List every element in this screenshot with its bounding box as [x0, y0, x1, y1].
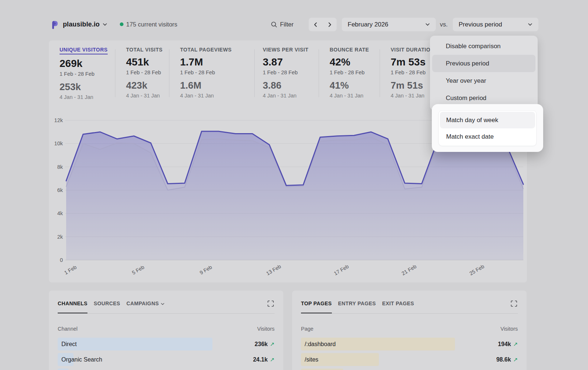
trend-up-icon: ↗ — [270, 341, 275, 347]
stat-metric-unique-visitors[interactable]: UNIQUE VISITORS269k1 Feb - 28 Feb253k4 J… — [60, 46, 108, 100]
prev-date-button[interactable] — [309, 18, 323, 31]
menu-item-year-over-year[interactable]: Year over year — [430, 72, 538, 89]
stat-divider — [319, 49, 319, 97]
stat-label: TOTAL VISITS — [126, 47, 162, 53]
menu-item-previous-period[interactable]: Previous period — [432, 55, 535, 72]
tab-top-pages[interactable]: TOP PAGES — [301, 300, 332, 314]
submenu-item-match-exact-date[interactable]: Match exact date — [439, 128, 536, 145]
x-tick-label: 21 Feb — [401, 263, 417, 277]
submenu-item-match-day-of-week[interactable]: Match day of week — [440, 112, 535, 128]
filter-button[interactable]: Filter — [271, 17, 294, 32]
menu-item-disable-comparison[interactable]: Disable comparison — [430, 38, 538, 55]
search-icon — [271, 21, 277, 28]
stat-divider — [380, 49, 380, 97]
tab-label: ENTRY PAGES — [338, 300, 376, 306]
site-switcher[interactable]: plausible.io 175 current visitors — [50, 17, 178, 32]
panel-tabs-divider — [58, 313, 275, 314]
stat-prev-value: 3.86 — [263, 80, 308, 91]
stat-metric-total-visits[interactable]: TOTAL VISITS451k1 Feb - 28 Feb423k4 Jan … — [126, 46, 162, 99]
row-value: 236k↗ — [255, 338, 275, 351]
stat-period: 1 Feb - 28 Feb — [330, 70, 369, 75]
tab-label: SOURCES — [94, 300, 120, 306]
stat-prev-period: 4 Jan - 31 Jan — [263, 93, 308, 99]
stat-prev-value: 253k — [60, 81, 108, 93]
plausible-dashboard: plausible.io 175 current visitors Filter… — [0, 0, 588, 370]
stat-metric-views-per-visit[interactable]: VIEWS PER VISIT3.871 Feb - 28 Feb3.864 J… — [263, 46, 308, 99]
row-bar — [58, 369, 69, 370]
live-dot-icon — [120, 22, 123, 26]
row-label: /:dashboard — [305, 338, 336, 351]
table-row[interactable]: /:dashboard194k↗ — [301, 338, 518, 351]
stat-label: TOTAL PAGEVIEWS — [180, 47, 232, 53]
tab-entry-pages[interactable]: ENTRY PAGES — [338, 300, 376, 314]
channels-panel: CHANNELSSOURCESCAMPAIGNSChannelVisitorsD… — [49, 291, 283, 370]
stat-metric-visit-duration[interactable]: VISIT DURATION7m 53s1 Feb - 28 Feb7m 51s… — [391, 46, 434, 99]
y-tick-label: 2k — [57, 234, 63, 240]
tab-label: EXIT PAGES — [382, 300, 414, 306]
stat-prev-value: 423k — [126, 80, 162, 91]
table-row[interactable]: Direct236k↗ — [58, 338, 275, 351]
x-tick-label: 9 Feb — [199, 264, 213, 276]
stat-prev-period: 4 Jan - 31 Jan — [330, 93, 369, 99]
stat-divider — [254, 49, 255, 97]
row-label: /sites — [305, 353, 318, 366]
tab-sources[interactable]: SOURCES — [94, 300, 120, 314]
row-value: 24.1k↗ — [253, 353, 275, 366]
trend-up-icon: ↗ — [513, 341, 518, 347]
row-value-text: 24.1k — [253, 356, 268, 363]
chevron-right-icon — [327, 22, 332, 27]
tab-label: TOP PAGES — [301, 300, 332, 306]
stat-metric-bounce-rate[interactable]: BOUNCE RATE42%1 Feb - 28 Feb41%4 Jan - 3… — [330, 46, 369, 99]
pages-tabs: TOP PAGESENTRY PAGESEXIT PAGES — [301, 300, 414, 314]
row-bar — [301, 369, 343, 370]
current-visitors[interactable]: 175 current visitors — [126, 21, 177, 28]
row-value: 194k↗ — [498, 338, 518, 351]
stat-metric-total-pageviews[interactable]: TOTAL PAGEVIEWS1.7M1 Feb - 28 Feb1.6M4 J… — [180, 46, 232, 99]
column-header-page: Page — [301, 326, 313, 332]
channels-tabs: CHANNELSSOURCESCAMPAIGNS — [58, 300, 165, 314]
tab-campaigns[interactable]: CAMPAIGNS — [126, 300, 165, 314]
x-tick-label: 25 Feb — [468, 263, 485, 277]
column-header-visitors: Visitors — [501, 326, 518, 332]
stat-period: 1 Feb - 28 Feb — [391, 70, 434, 75]
compare-series-area — [66, 137, 523, 260]
match-submenu: Match day of weekMatch exact date — [438, 110, 537, 146]
pages-content: TOP PAGESENTRY PAGESEXIT PAGESPageVisito… — [301, 291, 518, 370]
y-tick-label: 10k — [54, 140, 63, 146]
expand-icon[interactable] — [267, 300, 275, 307]
next-date-button[interactable] — [323, 18, 337, 31]
row-value: 98.6k↗ — [496, 353, 518, 366]
stat-prev-period: 4 Jan - 31 Jan — [60, 94, 108, 100]
stat-period: 1 Feb - 28 Feb — [60, 71, 108, 77]
tab-exit-pages[interactable]: EXIT PAGES — [382, 300, 414, 314]
stat-divider — [169, 49, 169, 97]
tab-channels[interactable]: CHANNELS — [58, 300, 87, 314]
chevron-down-icon — [161, 301, 165, 307]
expand-icon[interactable] — [510, 300, 518, 307]
row-value-text: 236k — [255, 341, 268, 347]
stat-prev-period: 4 Jan - 31 Jan — [126, 93, 162, 99]
date-range-dropdown[interactable]: February 2026 — [342, 18, 436, 31]
stat-prev-period: 4 Jan - 31 Jan — [180, 93, 232, 99]
stat-prev-period: 4 Jan - 31 Jan — [391, 93, 434, 99]
x-tick-label: 17 Feb — [333, 263, 350, 277]
stat-divider — [115, 49, 115, 97]
panel-tabs-divider — [301, 313, 518, 314]
x-tick-label: 5 Feb — [131, 264, 145, 276]
table-row[interactable]: Organic Search24.1k↗ — [58, 353, 275, 366]
column-header-visitors: Visitors — [257, 326, 275, 332]
date-range-label: February 2026 — [348, 21, 388, 28]
stat-value: 451k — [126, 56, 162, 68]
stat-period: 1 Feb - 28 Feb — [263, 70, 308, 75]
stat-label: VISIT DURATION — [391, 47, 434, 53]
table-row[interactable]: /sites98.6k↗ — [301, 353, 518, 366]
chevron-left-icon — [313, 22, 318, 27]
row-value-text: 98.6k — [496, 356, 511, 363]
stat-value: 7m 53s — [391, 56, 434, 68]
comparison-dropdown[interactable]: Previous period — [453, 18, 538, 31]
stat-value: 42% — [330, 56, 369, 68]
table-row-partial — [58, 369, 275, 370]
stat-prev-value: 7m 51s — [391, 80, 434, 91]
row-value-text: 194k — [498, 341, 511, 347]
chevron-down-icon — [528, 22, 533, 27]
